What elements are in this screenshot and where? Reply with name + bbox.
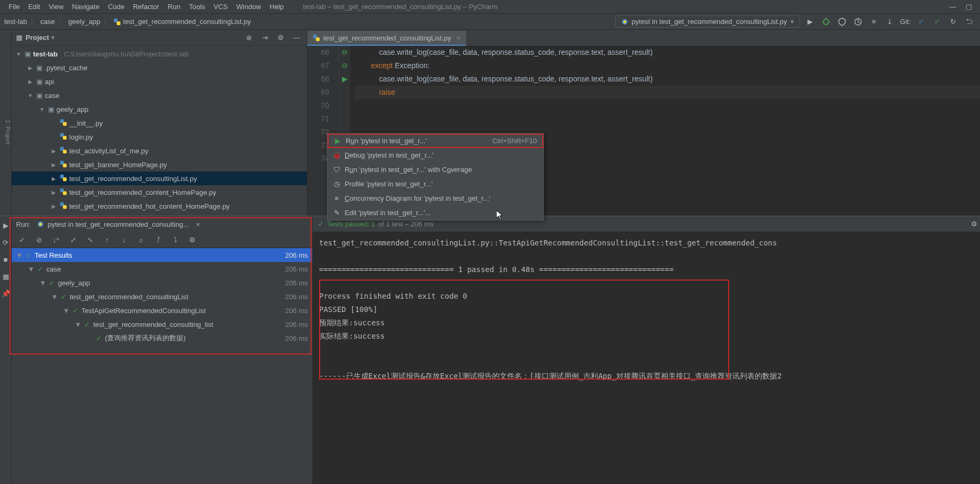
context-menu-item[interactable]: ◷Profile 'pytest in test_get_r...' [328,177,543,191]
tree-item[interactable]: ▶▣api [12,75,307,88]
left-tool-strip[interactable]: 1: Project [0,30,12,232]
svg-rect-18 [63,177,67,181]
svg-rect-24 [316,37,320,41]
tree-item[interactable]: __init__.py [12,116,307,130]
menu-window[interactable]: Window [233,2,264,12]
check-icon: ✓ [61,293,67,301]
tree-item[interactable]: ▶test_get_recommended_consultingList.py [12,171,307,185]
expand-icon[interactable]: ⤢ [67,234,79,246]
gear-icon[interactable]: ⚙ [186,234,198,246]
context-menu-item[interactable]: ✎Edit 'pytest in test_get_r...'... [328,206,543,220]
rerun-button[interactable]: ▶ [0,219,12,231]
coverage-button[interactable] [836,16,848,28]
layout-button[interactable]: ▦ [0,270,12,282]
tree-item[interactable]: ▼▣geely_app [12,102,307,116]
menu-file[interactable]: File [5,2,23,12]
test-row[interactable]: ▼✓Test Results206 ms [12,248,312,262]
editor-tab[interactable]: test_get_recommended_consultingList.py × [307,31,466,46]
tree-item[interactable]: ▶test_get_banner_HomePage.py [12,158,307,171]
pytest-icon [621,18,628,26]
tree-item[interactable]: ▼▣case [12,88,307,102]
python-icon [60,146,67,155]
collapse-icon[interactable]: ⇥ [259,32,271,44]
menu-view[interactable]: View [45,2,67,12]
python-icon [60,160,67,169]
context-menu-item[interactable]: 🛡Run 'pytest in test_get_r...' with Cove… [328,162,543,177]
concurrency-button[interactable]: ≡ [868,16,880,28]
bc-case[interactable]: case [40,18,55,26]
stop-button[interactable]: ■ [0,253,12,265]
folder-icon: ▣ [36,92,43,100]
close-icon[interactable]: × [192,218,204,230]
chevron-down-icon[interactable]: ▾ [51,34,55,42]
tree-item[interactable]: login.py [12,130,307,144]
run-config-selector[interactable]: pytest in test_get_recommended_consultin… [615,15,800,28]
gear-icon[interactable]: ⚙ [275,32,287,44]
minimize-icon[interactable]: — [947,1,959,13]
menu-run[interactable]: Run [165,2,184,12]
run-button[interactable]: ▶ [804,16,816,28]
menu-code[interactable]: Code [105,2,128,12]
context-menu-item[interactable]: ≡Concurrency Diagram for 'pytest in test… [328,191,543,206]
import-icon[interactable]: ⤵ [169,234,181,246]
test-row[interactable]: ▼✓test_get_recommended_consultingList206… [12,290,312,303]
bc-file[interactable]: test_get_recommended_consultingList.py [113,18,251,26]
locate-icon[interactable]: ⊕ [243,32,255,44]
check-icon: ✓ [318,220,324,228]
attach-button[interactable]: ⤓ [884,16,896,28]
collapse-all-icon[interactable]: ⤡ [84,234,96,246]
svg-point-4 [823,19,829,24]
test-tree[interactable]: ▼✓Test Results206 ms▼✓case206 ms▼✓geely_… [12,248,312,484]
test-row[interactable]: ✓(查询推荐资讯列表的数据)206 ms [12,331,312,345]
test-row[interactable]: ▼✓TestApiGetRecommendedConsultingList206… [12,303,312,317]
editor-tabs: test_get_recommended_consultingList.py × [307,30,980,46]
context-menu-item[interactable]: ▶Run 'pytest in test_get_r...'Ctrl+Shift… [328,134,543,148]
test-row[interactable]: ▼✓case206 ms [12,262,312,276]
context-menu-item[interactable]: 🐞Debug 'pytest in test_get_r...' [328,148,543,162]
show-passed-icon[interactable]: ✓ [16,234,28,246]
menu-navigate[interactable]: Navigate [69,2,102,12]
menu-help[interactable]: Help [266,2,287,12]
test-row[interactable]: ▼✓geely_app206 ms [12,276,312,290]
check-icon: ✓ [26,251,31,259]
export-icon[interactable]: ⤴ [152,234,164,246]
folder-icon: ▣ [36,78,43,86]
run-tab-label[interactable]: pytest in test_get_recommended_consultin… [47,220,189,228]
project-tree[interactable]: ▼ ▣ test-lab C:\Users\liangshu.hu\GitPro… [12,46,307,232]
tree-item[interactable]: ▶▣.pytest_cache [12,61,307,75]
svg-rect-16 [63,163,67,167]
python-icon [60,119,67,128]
show-ignored-icon[interactable]: ⊘ [33,234,45,246]
tree-item[interactable]: ▶test_get_recommended_hot_content_HomePa… [12,199,307,213]
git-update-icon[interactable]: ✓ [915,16,927,28]
pin-button[interactable]: 📌 [0,288,12,299]
tree-root[interactable]: ▼ ▣ test-lab C:\Users\liangshu.hu\GitPro… [12,47,307,61]
git-commit-icon[interactable]: ✓ [931,16,943,28]
next-icon[interactable]: ↓ [118,234,130,246]
gear-icon[interactable]: ⚙ [968,218,980,230]
debug-button[interactable] [820,16,832,28]
prev-icon[interactable]: ↑ [101,234,113,246]
project-panel: ▦ Project ▾ ⊕ ⇥ ⚙ — ▼ ▣ test-lab C:\User… [12,30,307,232]
hide-icon[interactable]: — [291,32,303,44]
profile-button[interactable] [852,16,864,28]
console-output[interactable]: test_get_recommended_consultingList.py::… [313,232,980,484]
toggle-button[interactable]: ⟳ [0,236,12,248]
tree-item[interactable]: ▶test_activityList_of_me.py [12,144,307,158]
git-history-icon[interactable]: ↻ [947,16,959,28]
tests-total-label: of 1 test – 206 ms [378,220,433,228]
bc-app[interactable]: geely_app [68,18,100,26]
menu-refactor[interactable]: Refactor [130,2,162,12]
search-icon[interactable]: ⌕ [135,234,147,246]
maximize-icon[interactable]: ▢ [963,1,975,13]
git-revert-icon[interactable]: ⮌ [963,16,975,28]
check-icon: ✓ [37,265,43,273]
menu-tools[interactable]: Tools [186,2,208,12]
tree-item[interactable]: ▶test_get_recommended_content_HomePage.p… [12,185,307,199]
menu-edit[interactable]: Edit [25,2,43,12]
sort-icon[interactable]: ↓ᵃ [50,234,62,246]
test-row[interactable]: ▼✓test_get_recommended_consulting_list20… [12,317,312,331]
close-icon[interactable]: × [456,34,461,42]
bc-root[interactable]: test-lab [4,18,27,26]
menu-vcs[interactable]: VCS [210,2,231,12]
